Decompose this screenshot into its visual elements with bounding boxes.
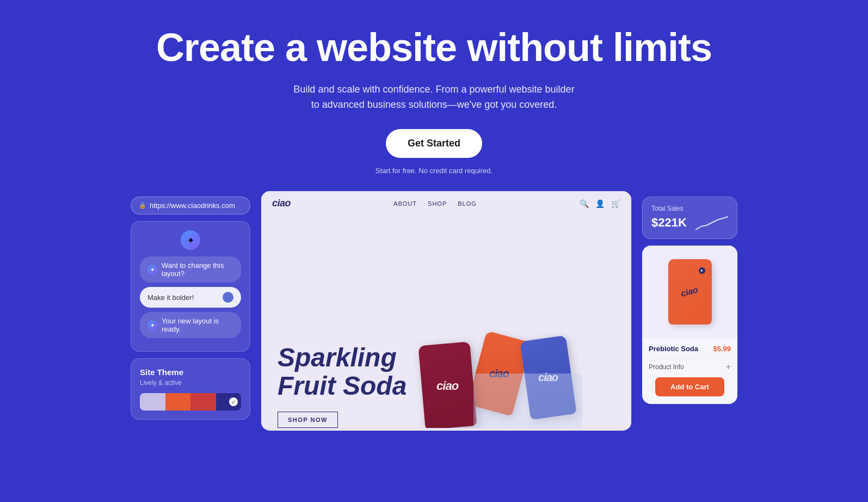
bottom-section: 🔒 https://www.ciaodrinks.com ✦ ✦ Want to… [0, 191, 868, 431]
ai-chat-panel: ✦ ✦ Want to change this layout? Make it … [131, 221, 250, 352]
url-bar: 🔒 https://www.ciaodrinks.com [131, 197, 250, 215]
theme-subtitle: Lively & active [140, 379, 241, 387]
ai-avatar: ✦ [181, 230, 200, 250]
sales-chart [695, 215, 728, 231]
can-burgundy-label: ciao [436, 379, 458, 393]
ice-block [473, 374, 582, 428]
preview-nav-icons: 🔍 👤 🛒 [580, 199, 620, 208]
color-swatch-2[interactable] [165, 393, 191, 411]
website-preview: ciao ABOUT SHOP BLOG 🔍 👤 🛒 Sparkling Fru… [261, 191, 631, 431]
nav-shop[interactable]: SHOP [428, 200, 447, 207]
product-info-label: Product Info [649, 363, 684, 371]
hero-subtitle: Build and scale with confidence. From a … [293, 82, 576, 113]
hero-section: Create a website without limits Build an… [0, 0, 868, 191]
preview-hero-area: Sparkling Fruit Soda SHOP NOW ciao ciao … [261, 216, 631, 428]
sales-value: $221K [651, 216, 687, 230]
user-icon[interactable]: 👤 [595, 199, 605, 208]
cart-icon[interactable]: 🛒 [611, 199, 620, 208]
product-price: $5.99 [713, 345, 731, 353]
shop-now-button[interactable]: SHOP NOW [278, 412, 338, 428]
search-icon[interactable]: 🔍 [580, 199, 589, 208]
left-panel: 🔒 https://www.ciaodrinks.com ✦ ✦ Want to… [131, 191, 250, 420]
site-theme-panel: Site Theme Lively & active ✓ [131, 358, 250, 420]
hero-title: Create a website without limits [11, 27, 857, 69]
can-star: ✦ [699, 267, 705, 274]
theme-title: Site Theme [140, 368, 241, 377]
ai-icon-2: ✦ [147, 320, 157, 330]
preview-cans: ciao ciao ciao [392, 232, 620, 428]
right-panel: Total Sales $221K ciao ✦ Prebiotic [642, 191, 737, 404]
color-swatch-1[interactable] [140, 393, 165, 411]
product-info-row[interactable]: Product Info + [649, 357, 731, 372]
color-swatch-3[interactable] [190, 393, 216, 411]
nav-about[interactable]: ABOUT [393, 200, 417, 207]
check-indicator: ✓ [229, 397, 238, 406]
cta-note: Start for free. No credit card required. [11, 167, 857, 175]
ai-message-1: ✦ Want to change this layout? [140, 256, 241, 283]
product-info: Prebiotic Soda $5.99 Product Info + Add … [642, 345, 737, 396]
sales-card: Total Sales $221K [642, 197, 737, 239]
add-to-cart-button[interactable]: Add to Cart [655, 377, 724, 396]
lock-icon: 🔒 [139, 202, 146, 209]
nav-blog[interactable]: BLOG [458, 200, 477, 207]
expand-icon[interactable]: + [726, 362, 731, 372]
product-image-area: ciao ✦ [642, 246, 737, 338]
can-burgundy: ciao [418, 341, 477, 428]
get-started-button[interactable]: Get Started [386, 129, 482, 158]
ai-message-2: ✦ Your new layout is ready. [140, 312, 241, 338]
product-can-label: ciao [680, 285, 700, 299]
preview-text-block: Sparkling Fruit Soda SHOP NOW [278, 344, 407, 428]
ai-icon-1: ✦ [147, 265, 157, 274]
product-card: ciao ✦ Prebiotic Soda $5.99 Product Info… [642, 246, 737, 404]
product-name-row: Prebiotic Soda $5.99 [649, 345, 731, 353]
url-text: https://www.ciaodrinks.com [150, 201, 235, 210]
preview-nav-links: ABOUT SHOP BLOG [393, 200, 477, 207]
preview-logo: ciao [272, 198, 291, 209]
user-message: Make it bolder! [140, 287, 241, 308]
preview-title: Sparkling Fruit Soda [278, 344, 407, 401]
product-can: ciao ✦ [668, 259, 712, 325]
preview-nav: ciao ABOUT SHOP BLOG 🔍 👤 🛒 [261, 191, 631, 216]
sales-label: Total Sales [651, 205, 728, 212]
product-name: Prebiotic Soda [649, 345, 698, 353]
color-palette[interactable]: ✓ [140, 393, 241, 411]
user-avatar [223, 292, 233, 303]
